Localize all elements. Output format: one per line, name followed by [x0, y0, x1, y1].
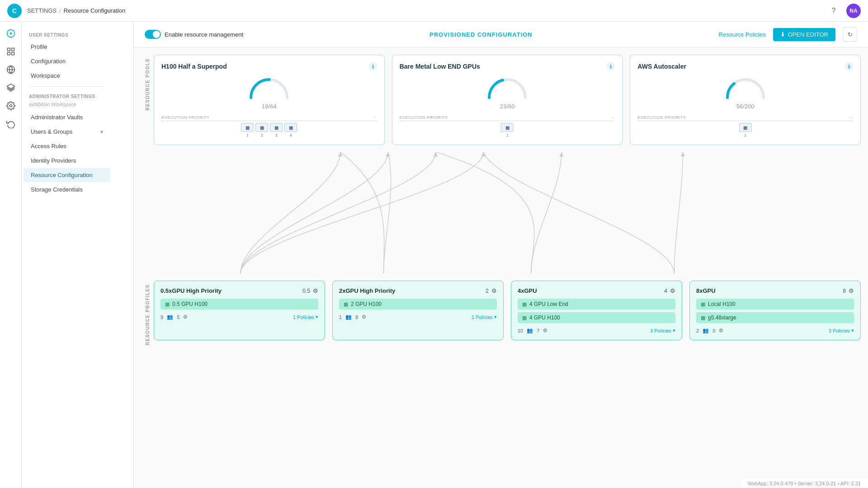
resource-tag-icon-3-2: ▦ [522, 315, 527, 321]
policies-label-1: 1 Policies [293, 314, 314, 320]
pool-current-2: 23 [500, 103, 506, 110]
breadcrumb-root[interactable]: SETTINGS [27, 7, 57, 14]
enable-resource-management-toggle[interactable]: Enable resource management [145, 30, 243, 39]
priority-bar-3: ▦ 1 [637, 123, 853, 137]
resource-tag-2-1: ▦ 2 GPU H100 [339, 299, 497, 310]
policies-label-2: 1 Policies [472, 314, 493, 320]
nav-icon-globe[interactable] [3, 61, 19, 78]
resource-policies-link[interactable]: Resource Policies [719, 31, 766, 38]
svg-marker-9 [386, 152, 390, 157]
open-editor-button[interactable]: ⬇ OPEN EDITOR [773, 28, 835, 41]
connections-svg [154, 145, 861, 281]
info-icon-1[interactable]: ℹ [369, 62, 377, 70]
sidebar-item-users-groups-label: Users & Groups [31, 128, 72, 135]
exec-arrow-3: → [849, 115, 854, 120]
refresh-button[interactable]: ↻ [843, 27, 857, 42]
pool-max-2: /60 [506, 103, 514, 110]
policies-btn-2[interactable]: 1 Policies ▾ [472, 314, 497, 320]
sidebar-item-administrator-vaults[interactable]: Administrator Vaults [24, 110, 110, 124]
sidebar-item-storage-credentials-label: Storage Credentials [31, 186, 83, 193]
pool-title-3: AWS Autoscaler [637, 63, 686, 70]
priority-item-1-2[interactable]: ▦ 2 [255, 123, 268, 137]
gauge-numbers-1: 19/64 [262, 99, 277, 111]
profile-card-4xgpu: 4xGPU 4 ⚙ ▦ 4 GPU Low End [511, 281, 682, 340]
priority-item-1-3[interactable]: ▦ 3 [270, 123, 283, 137]
provisioned-configuration-title: PROVISIONED CONFIGURATION [429, 31, 533, 38]
gear-icon-4[interactable]: ⚙ [849, 287, 854, 294]
gauge-1: 19/64 [161, 74, 377, 111]
footer-stats-4: 2 👥 0 ⚙ [696, 328, 723, 333]
resource-tag-3-1: ▦ 4 GPU Low End [518, 299, 675, 310]
app-logo[interactable]: C [7, 4, 22, 18]
policies-label-4: 3 Policies [829, 328, 850, 333]
policies-btn-4[interactable]: 3 Policies ▾ [829, 328, 854, 333]
svg-rect-2 [11, 48, 14, 51]
nav-icon-home[interactable] [3, 25, 19, 42]
priority-item-1-4[interactable]: ▦ 4 [284, 123, 297, 137]
nav-icon-settings[interactable] [3, 98, 19, 114]
priority-num-3-1: 1 [744, 133, 746, 137]
sidebar-item-access-rules[interactable]: Access Rules [24, 139, 110, 153]
sidebar-item-configuration-label: Configuration [31, 58, 66, 65]
nav-icon-grid[interactable] [3, 43, 19, 60]
sidebar-item-profile[interactable]: Profile [24, 40, 110, 54]
gear-icon-1[interactable]: ⚙ [313, 287, 318, 294]
priority-icon-1-2: ▦ [255, 123, 268, 132]
pool-card-aws: AWS Autoscaler ℹ 56/200 [630, 55, 861, 145]
avatar[interactable]: NA [846, 4, 861, 18]
exec-section-3: EXECUTION PRIORITY → ▦ 1 [637, 115, 853, 137]
settings-count-3: 7 [537, 328, 539, 333]
sidebar-item-profile-label: Profile [31, 43, 47, 50]
gear-icon-3[interactable]: ⚙ [670, 287, 675, 294]
nav-icon-refresh[interactable] [3, 116, 19, 132]
exec-label-2: EXECUTION PRIORITY [400, 115, 448, 120]
main-content: Enable resource management PROVISIONED C… [134, 22, 868, 488]
profile-count-1: 0.5 [302, 288, 310, 294]
resource-tag-label-2-1: 2 GPU H100 [351, 301, 382, 307]
priority-item-1-1[interactable]: ▦ 1 [241, 123, 254, 137]
footer-stats-3: 10 👥 7 ⚙ [518, 328, 547, 333]
sidebar-item-configuration[interactable]: Configuration [24, 54, 110, 68]
profile-count-2: 2 [486, 288, 489, 294]
pool-title-1: H100 Half a Superpod [161, 63, 227, 70]
help-button[interactable]: ? [826, 4, 841, 18]
main-area: USER SETTINGS Profile Configuration Work… [0, 22, 868, 488]
resource-tag-label-1-1: 0.5 GPU H100 [172, 301, 208, 307]
profile-title-2: 2xGPU High Priority [339, 287, 395, 294]
profile-card-8xgpu: 8xGPU 8 ⚙ ▦ Local H100 [689, 281, 861, 340]
toggle-label: Enable resource management [165, 31, 243, 38]
sidebar-item-identity-providers[interactable]: Identity Providers [24, 154, 110, 168]
gear-icon-2[interactable]: ⚙ [491, 287, 497, 294]
gauge-2: 23/60 [400, 74, 615, 111]
resource-tag-label-3-2: 4 GPU H100 [529, 314, 560, 321]
policies-btn-1[interactable]: 1 Policies ▾ [293, 314, 318, 320]
pool-max-1: /64 [269, 103, 277, 110]
sidebar-item-resource-configuration[interactable]: Resource Configuration [24, 168, 110, 182]
gauge-3: 56/200 [637, 74, 853, 111]
resource-tag-icon-3-1: ▦ [522, 301, 527, 307]
profile-cards: 0.5xGPU High Priority 0.5 ⚙ ▦ 0.5 GPU H1… [154, 281, 861, 340]
resource-pools-label-col: RESOURCE POOLS [141, 55, 154, 114]
info-icon-3[interactable]: ℹ [845, 62, 853, 70]
priority-item-2-1[interactable]: ▦ 1 [501, 123, 514, 137]
download-icon: ⬇ [780, 31, 785, 38]
users-icon-2: 👥 [345, 314, 352, 320]
open-editor-label: OPEN EDITOR [788, 31, 828, 38]
pool-card-h100-half-superpod: H100 Half a Superpod ℹ 19/64 [154, 55, 385, 145]
exec-label-1: EXECUTION PRIORITY [161, 115, 210, 120]
priority-icon-1-4: ▦ [284, 123, 297, 132]
sidebar-item-storage-credentials[interactable]: Storage Credentials [24, 183, 110, 197]
svg-rect-3 [7, 52, 10, 55]
policies-chevron-4: ▾ [851, 328, 854, 333]
sidebar-item-users-groups[interactable]: Users & Groups ▾ [24, 125, 110, 139]
sidebar-item-workspace[interactable]: Workspace [24, 69, 110, 83]
policies-btn-3[interactable]: 3 Policies ▾ [650, 328, 675, 333]
exec-label-3: EXECUTION PRIORITY [637, 115, 686, 120]
profile-footer-4: 2 👥 0 ⚙ 3 Policies ▾ [696, 328, 854, 333]
priority-item-3-1[interactable]: ▦ 1 [739, 123, 752, 137]
nav-icon-layers[interactable] [3, 80, 19, 96]
sidebar-menu: USER SETTINGS Profile Configuration Work… [22, 22, 112, 204]
gauge-numbers-3: 56/200 [736, 99, 755, 111]
user-settings-label: USER SETTINGS [22, 29, 112, 39]
info-icon-2[interactable]: ℹ [607, 62, 615, 70]
